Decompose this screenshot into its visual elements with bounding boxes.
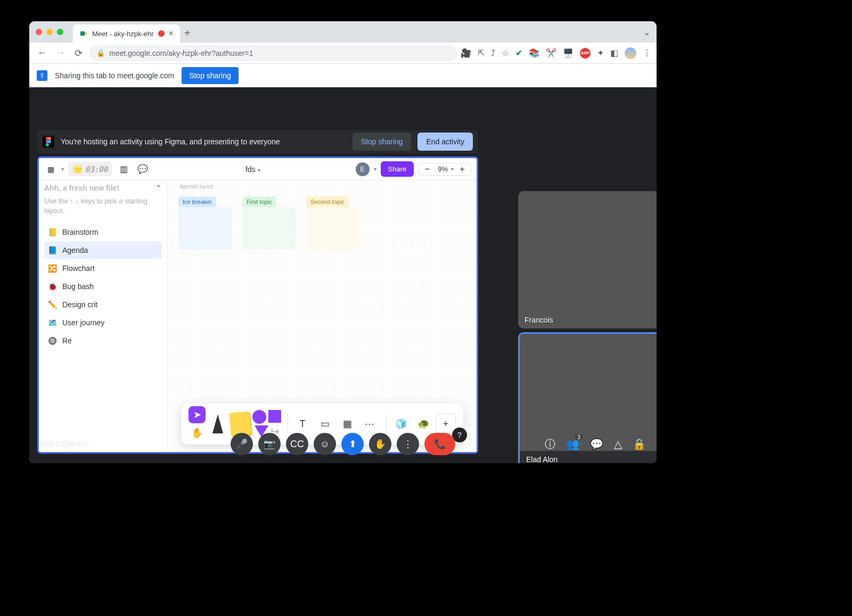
minimize-window-icon[interactable] <box>46 29 53 35</box>
forward-button[interactable]: → <box>53 47 68 59</box>
collapse-panel-icon[interactable]: ⌃ <box>155 184 162 192</box>
extension-scissors-icon[interactable]: ✂️ <box>546 48 556 58</box>
brainstorm-icon: 📒 <box>47 227 57 237</box>
present-button[interactable]: ⬆ <box>341 433 364 455</box>
back-button[interactable]: ← <box>35 47 50 59</box>
reload-button[interactable]: ⟳ <box>71 47 86 59</box>
agenda-title-text: Agenda topics <box>179 184 213 190</box>
figma-logo-icon <box>43 136 54 147</box>
reactions-button[interactable]: ☺ <box>314 433 336 455</box>
end-call-button[interactable]: 📞 <box>424 433 455 455</box>
svg-point-4 <box>48 140 51 143</box>
meeting-info-icon[interactable]: ⓘ <box>545 437 555 451</box>
extension-books-icon[interactable]: 📚 <box>529 48 539 58</box>
lock-icon: 🔒 <box>96 49 105 57</box>
zoom-controls: − 9% ▾ + <box>418 163 471 176</box>
agenda-body-3[interactable] <box>306 207 359 250</box>
layout-label: Flowchart <box>62 264 95 273</box>
timer-value: 03:00 <box>85 165 108 174</box>
close-tab-icon[interactable]: × <box>169 29 174 38</box>
activities-icon[interactable]: △ <box>614 438 622 450</box>
center-controls: 🎤 📷 CC ☺ ⬆ ✋ ⋮ 📞 <box>231 433 455 455</box>
chrome-share-bar: ⇪ Sharing this tab to meet.google.com St… <box>29 64 657 87</box>
more-controls-button[interactable]: ⋮ <box>397 433 419 455</box>
extension-shield-icon[interactable]: ✔ <box>515 48 522 58</box>
share-bar-text: Sharing this tab to meet.google.com <box>55 71 174 80</box>
cursor-tool-icon[interactable]: ➤ <box>189 406 206 423</box>
timer-widget[interactable]: 🌟 03:00 <box>68 162 112 176</box>
svg-point-5 <box>46 143 49 146</box>
layout-item-bug-bash[interactable]: 🐞 Bug bash <box>44 277 162 295</box>
layout-item-flowchart[interactable]: 🔀 Flowchart <box>44 259 162 277</box>
extension-monitor-icon[interactable]: 🖥️ <box>563 48 574 58</box>
collaborator-avatar[interactable]: E <box>356 162 370 176</box>
people-icon[interactable]: 👥3 <box>566 438 579 450</box>
agenda-body-1[interactable] <box>178 207 232 250</box>
side-panel-icon[interactable]: ◧ <box>610 48 618 58</box>
layout-item-more[interactable]: 🔘 Re <box>44 332 162 350</box>
agenda-col-3[interactable]: Second topic <box>306 196 349 207</box>
figma-canvas[interactable]: Agenda topics Ice breaker First topic Se… <box>168 180 477 452</box>
host-controls-icon[interactable]: 🔒 <box>633 438 646 450</box>
people-count-badge: 3 <box>574 433 584 441</box>
browser-tab[interactable]: Meet - aky-hzpk-ehr × <box>73 24 180 43</box>
filename-chevron-icon[interactable]: ▾ <box>258 167 260 173</box>
captions-button[interactable]: CC <box>286 433 308 455</box>
close-window-icon[interactable] <box>36 29 42 35</box>
figma-share-button[interactable]: Share <box>381 161 414 177</box>
share-page-icon[interactable]: ⤴ <box>491 48 495 58</box>
maximize-window-icon[interactable] <box>57 29 63 35</box>
stop-sharing-button[interactable]: Stop sharing <box>353 133 412 151</box>
layout-item-design-crit[interactable]: ✏️ Design crit <box>44 295 162 314</box>
meet-viewport: You're hosting an activity using Figma, … <box>29 87 657 463</box>
timer-icon: 🌟 <box>72 164 83 174</box>
figjam-logo-icon[interactable]: ▦ <box>44 165 57 174</box>
extension-abp-icon[interactable]: ABP <box>580 48 591 59</box>
meet-favicon-icon <box>79 29 88 38</box>
layout-grid-icon[interactable]: ▥ <box>116 162 131 177</box>
chrome-stop-sharing-button[interactable]: Stop sharing <box>182 67 239 84</box>
agenda-body-2[interactable] <box>242 207 296 250</box>
open-external-icon[interactable]: ⇱ <box>478 48 485 58</box>
raise-hand-button[interactable]: ✋ <box>369 433 391 455</box>
new-tab-button[interactable]: + <box>184 25 191 39</box>
browser-menu-icon[interactable]: ⋮ <box>643 48 651 58</box>
url-text: meet.google.com/aky-hzpk-ehr?authuser=1 <box>109 49 253 58</box>
figma-toolbar: ▦ ▾ 🌟 03:00 ▥ 💬 fds ▾ E ▾ Share − 9% <box>39 158 477 180</box>
participant-tile-francois[interactable]: 🎤 Francois <box>518 191 657 328</box>
radio-icon: 🔘 <box>47 336 57 346</box>
circle-shape-icon[interactable] <box>252 410 266 424</box>
camera-icon[interactable]: 🎥 <box>461 48 471 58</box>
bookmark-icon[interactable]: ☆ <box>502 48 509 58</box>
comment-icon[interactable]: 💬 <box>135 162 150 177</box>
layout-item-brainstorm[interactable]: 📒 Brainstorm <box>44 223 162 241</box>
figma-filename[interactable]: fds <box>245 165 256 174</box>
figma-activity-bar: You're hosting an activity using Figma, … <box>37 130 478 153</box>
microphone-button[interactable]: 🎤 <box>231 433 253 455</box>
figma-shared-panel: ▦ ▾ 🌟 03:00 ▥ 💬 fds ▾ E ▾ Share − 9% <box>37 157 478 454</box>
camera-button[interactable]: 📷 <box>258 433 281 455</box>
layout-label: Brainstorm <box>62 228 99 236</box>
avatar-chevron-icon[interactable]: ▾ <box>374 166 376 172</box>
agenda-col-1[interactable]: Ice breaker <box>178 196 216 207</box>
profile-avatar[interactable] <box>625 47 636 59</box>
layout-item-user-journey[interactable]: 🗺️ User journey <box>44 314 162 332</box>
agenda-col-2[interactable]: First topic <box>242 196 276 207</box>
window-dropdown-icon[interactable]: ⌄ <box>643 27 650 37</box>
end-activity-button[interactable]: End activity <box>417 133 473 151</box>
layout-label: Design crit <box>62 300 97 309</box>
share-screen-icon: ⇪ <box>37 70 47 81</box>
layout-label: Agenda <box>62 246 88 254</box>
square-shape-icon[interactable] <box>268 410 281 423</box>
extensions-puzzle-icon[interactable]: ✦ <box>597 48 604 58</box>
zoom-in-button[interactable]: + <box>455 165 470 174</box>
svg-point-2 <box>48 137 51 140</box>
zoom-out-button[interactable]: − <box>420 165 435 174</box>
flowchart-icon: 🔀 <box>47 264 57 273</box>
zoom-value[interactable]: 9% <box>436 165 450 173</box>
address-bar[interactable]: 🔒 meet.google.com/aky-hzpk-ehr?authuser=… <box>89 45 457 61</box>
chat-icon[interactable]: 💬 <box>590 438 603 450</box>
zoom-chevron-icon[interactable]: ▾ <box>451 166 454 172</box>
chevron-down-icon[interactable]: ▾ <box>61 166 64 172</box>
layout-item-agenda[interactable]: 📘 Agenda <box>44 241 162 259</box>
